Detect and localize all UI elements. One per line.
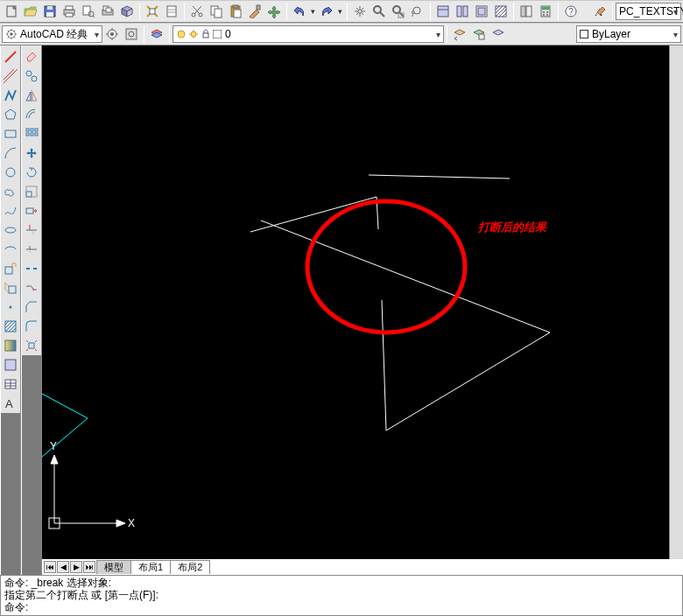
tool-palettes-icon[interactable]: [517, 2, 536, 21]
arc-icon[interactable]: [1, 144, 20, 163]
polygon-icon[interactable]: [1, 105, 20, 124]
layouts-icon[interactable]: [472, 2, 491, 21]
color-dropdown[interactable]: ByLayer: [576, 25, 681, 43]
separator: [286, 3, 287, 20]
plot-preview-icon[interactable]: [79, 2, 98, 21]
offset-icon[interactable]: [22, 105, 41, 124]
main-toolbar: ▾ ▾ ? A PC_TEXTSTY: [0, 0, 683, 23]
match-icon[interactable]: [245, 2, 264, 21]
sheet-icon[interactable]: [162, 2, 181, 21]
tab-last-icon[interactable]: ⏭: [83, 561, 95, 573]
zoom-prev-icon[interactable]: [408, 2, 427, 21]
svg-rect-81: [5, 360, 16, 370]
svg-line-115: [35, 349, 37, 351]
properties-icon[interactable]: [143, 2, 162, 21]
layer-name-label: 0: [225, 28, 231, 40]
hatch-manager-icon[interactable]: [491, 2, 510, 21]
save-icon[interactable]: [40, 2, 60, 21]
polyline-icon[interactable]: [1, 86, 20, 105]
break-icon[interactable]: [22, 259, 41, 278]
line-icon[interactable]: [1, 47, 20, 66]
svg-rect-80: [5, 340, 16, 351]
tab-next-icon[interactable]: ▶: [70, 561, 82, 573]
redo-dropdown[interactable]: ▾: [336, 7, 344, 16]
explode-icon[interactable]: [22, 336, 41, 355]
array-icon[interactable]: [22, 124, 41, 144]
rect-icon[interactable]: [1, 124, 20, 144]
tile-h-icon[interactable]: [453, 2, 472, 21]
open-icon[interactable]: [21, 2, 40, 21]
tab-first-icon[interactable]: ⏮: [44, 561, 56, 573]
move-icon[interactable]: [22, 144, 41, 163]
pan-roam-icon[interactable]: [264, 2, 284, 21]
tile-v-icon[interactable]: [433, 2, 453, 21]
table-icon[interactable]: [1, 374, 20, 394]
fillet-icon[interactable]: [22, 317, 41, 336]
svg-rect-45: [542, 7, 549, 10]
rotate-icon[interactable]: [22, 163, 41, 182]
trim-icon[interactable]: [22, 220, 41, 240]
zoom-realtime-icon[interactable]: [370, 2, 389, 21]
chamfer-icon[interactable]: [22, 298, 41, 317]
block-icon[interactable]: [1, 278, 20, 298]
undo-icon[interactable]: [290, 2, 309, 21]
redo-icon[interactable]: [317, 2, 336, 21]
layer-iso-icon[interactable]: [489, 24, 508, 44]
text-style-icon[interactable]: A: [590, 2, 609, 21]
layer-prev-icon[interactable]: [450, 24, 469, 44]
cut-icon[interactable]: [187, 2, 207, 21]
command-window[interactable]: 命令: _break 选择对象: 指定第二个打断点 或 [第一点(F)]: 命令…: [0, 575, 683, 616]
layer-dropdown[interactable]: 0: [173, 25, 444, 43]
mirror-icon[interactable]: [22, 86, 41, 105]
tab-layout2[interactable]: 布局2: [170, 560, 210, 574]
help-icon[interactable]: ?: [561, 2, 581, 21]
svg-rect-42: [521, 6, 525, 17]
svg-rect-25: [233, 5, 238, 8]
drawing-canvas[interactable]: X Y 打断后的结果 ⏮ ◀ ▶ ⏭ 模型 布局1: [42, 46, 683, 575]
erase-icon[interactable]: [22, 47, 41, 66]
tab-layout1[interactable]: 布局1: [130, 560, 171, 574]
circle-icon[interactable]: [1, 163, 20, 182]
zoom-window-icon[interactable]: [389, 2, 408, 21]
paste-icon[interactable]: [226, 2, 245, 21]
hatch-icon[interactable]: [1, 317, 20, 336]
pan-icon[interactable]: [350, 2, 370, 21]
svg-rect-35: [438, 6, 448, 17]
separator: [447, 25, 447, 43]
spline-icon[interactable]: [1, 201, 20, 220]
scale-icon[interactable]: [22, 182, 41, 201]
gradient-icon[interactable]: [1, 336, 20, 355]
xline-icon[interactable]: [1, 66, 20, 86]
layer-state-icon[interactable]: [469, 24, 489, 44]
join-icon[interactable]: [22, 278, 41, 298]
point-icon[interactable]: [1, 298, 20, 317]
layer-props-icon[interactable]: [147, 24, 166, 44]
vertical-scrollbar[interactable]: [669, 46, 683, 559]
undo-dropdown[interactable]: ▾: [309, 7, 317, 16]
copy2-icon[interactable]: [22, 66, 41, 86]
insert-icon[interactable]: [1, 259, 20, 278]
mtext-icon[interactable]: A: [1, 394, 20, 413]
3d-print-icon[interactable]: [117, 2, 137, 21]
tab-prev-icon[interactable]: ◀: [57, 561, 69, 573]
svg-line-123: [382, 300, 386, 430]
publish-icon[interactable]: [98, 2, 117, 21]
ellipse-arc-icon[interactable]: [1, 240, 20, 259]
region-icon[interactable]: [1, 355, 20, 374]
workspace-dropdown[interactable]: AutoCAD 经典: [2, 25, 102, 43]
ellipse-icon[interactable]: [1, 220, 20, 240]
separator: [347, 3, 348, 20]
copy-icon[interactable]: [207, 2, 226, 21]
stretch-icon[interactable]: [22, 201, 41, 220]
workspace-settings-icon[interactable]: [102, 24, 122, 44]
svg-line-121: [250, 197, 377, 232]
extend-icon[interactable]: [22, 240, 41, 259]
workspace-gear-icon[interactable]: [122, 24, 141, 44]
plot-icon[interactable]: [60, 2, 79, 21]
new-icon[interactable]: [2, 2, 21, 21]
tab-model[interactable]: 模型: [96, 560, 131, 574]
revcloud-icon[interactable]: [1, 182, 20, 201]
calc-icon[interactable]: [536, 2, 555, 21]
text-style-dropdown[interactable]: PC_TEXTSTY: [616, 3, 681, 20]
svg-point-62: [191, 32, 196, 37]
